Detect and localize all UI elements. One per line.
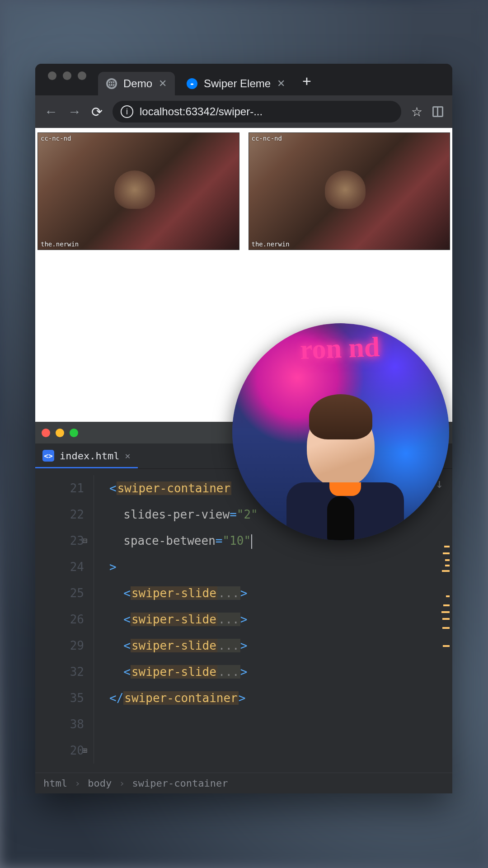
html-file-icon: <> [42, 450, 54, 462]
breadcrumb-item[interactable]: body [88, 778, 112, 789]
swiper-icon [187, 78, 197, 89]
new-tab-button[interactable]: + [297, 72, 317, 95]
credit-tag: the.nerwin [41, 241, 79, 248]
neon-sign: ron nd [300, 331, 380, 366]
close-icon[interactable]: ✕ [159, 78, 167, 90]
address-bar[interactable]: i localhost:63342/swiper-... [113, 101, 401, 123]
reload-button[interactable]: ⟳ [91, 104, 103, 120]
editor-window-controls [42, 429, 78, 437]
traffic-light-max[interactable] [78, 71, 86, 80]
file-tab-index[interactable]: <> index.html ✕ [35, 444, 138, 468]
license-tag: cc-nc-nd [41, 135, 71, 142]
browser-tab-bar: Demo ✕ Swiper Eleme ✕ + [35, 64, 452, 95]
minimap-scrollbar[interactable] [441, 537, 450, 699]
line-gutter: 2122⊟23242526⊞29⊞32⊞35⊞38⊟20 [35, 475, 94, 764]
tab-label: Demo [123, 77, 152, 90]
webcam-overlay: ron nd [232, 323, 449, 540]
browser-tab-swiper[interactable]: Swiper Eleme ✕ [178, 72, 293, 95]
traffic-light-close[interactable] [42, 429, 50, 437]
close-icon[interactable]: ✕ [277, 78, 285, 90]
window-controls [40, 71, 94, 88]
browser-tab-demo[interactable]: Demo ✕ [98, 72, 175, 95]
side-panel-button[interactable] [432, 106, 443, 117]
traffic-light-min[interactable] [63, 71, 71, 80]
traffic-light-close[interactable] [48, 71, 56, 80]
traffic-light-max[interactable] [70, 429, 78, 437]
microphone-icon [327, 496, 354, 540]
tab-label: Swiper Eleme [204, 77, 271, 90]
site-info-icon[interactable]: i [121, 105, 133, 118]
breadcrumb-item[interactable]: swiper-container [132, 778, 228, 789]
breadcrumb-bar[interactable]: html›body›swiper-container [35, 773, 452, 793]
close-icon[interactable]: ✕ [125, 450, 130, 461]
swiper-slide-image: cc-nc-nd the.nerwin [249, 132, 450, 250]
credit-tag: the.nerwin [252, 241, 290, 248]
globe-icon [106, 78, 117, 89]
presenter [286, 406, 395, 540]
forward-button[interactable]: → [68, 104, 81, 119]
traffic-light-min[interactable] [56, 429, 64, 437]
browser-toolbar: ← → ⟳ i localhost:63342/swiper-... ☆ [35, 95, 452, 128]
bookmark-star-icon[interactable]: ☆ [411, 104, 422, 119]
file-tab-label: index.html [60, 450, 119, 462]
back-button[interactable]: ← [44, 104, 58, 119]
url-text: localhost:63342/swiper-... [140, 105, 393, 118]
breadcrumb-item[interactable]: html [43, 778, 67, 789]
license-tag: cc-nc-nd [252, 135, 282, 142]
swiper-slide-image: cc-nc-nd the.nerwin [38, 132, 239, 250]
